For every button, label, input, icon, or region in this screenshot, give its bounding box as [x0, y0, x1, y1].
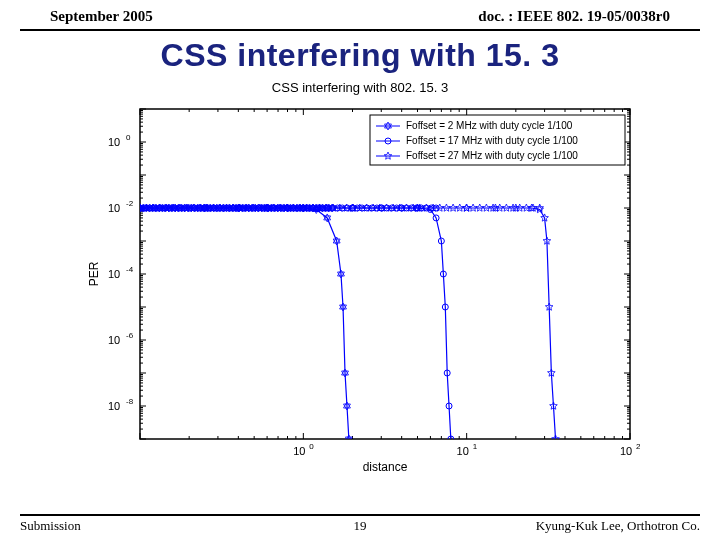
page-title: CSS interfering with 15. 3: [0, 31, 720, 76]
chart-plot: 10-810-610-410-2100100101102distancePERF…: [80, 99, 640, 479]
svg-text:1: 1: [473, 442, 478, 451]
svg-text:10: 10: [293, 445, 305, 457]
footer-right: Kyung-Kuk Lee, Orthotron Co.: [536, 518, 700, 534]
chart-container: CSS interfering with 802. 15. 3 10-810-6…: [80, 76, 640, 483]
header-date: September 2005: [50, 8, 153, 25]
svg-text:2: 2: [636, 442, 640, 451]
svg-text:Foffset = 2 MHz with duty cycl: Foffset = 2 MHz with duty cycle 1/100: [406, 120, 573, 131]
svg-text:10: 10: [108, 136, 120, 148]
svg-text:10: 10: [108, 334, 120, 346]
svg-text:0: 0: [309, 442, 314, 451]
svg-text:0: 0: [126, 133, 131, 142]
footer-left: Submission: [20, 518, 81, 534]
svg-text:-2: -2: [126, 199, 134, 208]
svg-text:-6: -6: [126, 331, 134, 340]
svg-text:Foffset = 17 MHz with duty cyc: Foffset = 17 MHz with duty cycle 1/100: [406, 135, 578, 146]
svg-text:Foffset = 27 MHz with duty cyc: Foffset = 27 MHz with duty cycle 1/100: [406, 150, 578, 161]
svg-text:PER: PER: [87, 261, 101, 286]
svg-text:10: 10: [108, 400, 120, 412]
svg-text:-8: -8: [126, 397, 134, 406]
svg-text:10: 10: [108, 202, 120, 214]
svg-text:distance: distance: [363, 460, 408, 474]
slide-footer: Submission 19 Kyung-Kuk Lee, Orthotron C…: [20, 514, 700, 534]
header-doc: doc. : IEEE 802. 19-05/0038r0: [478, 8, 670, 25]
footer-page-number: 19: [354, 518, 367, 534]
svg-text:10: 10: [108, 268, 120, 280]
svg-text:10: 10: [620, 445, 632, 457]
svg-text:-4: -4: [126, 265, 134, 274]
chart-title: CSS interfering with 802. 15. 3: [80, 76, 640, 99]
slide-header: September 2005 doc. : IEEE 802. 19-05/00…: [20, 0, 700, 31]
svg-text:10: 10: [457, 445, 469, 457]
